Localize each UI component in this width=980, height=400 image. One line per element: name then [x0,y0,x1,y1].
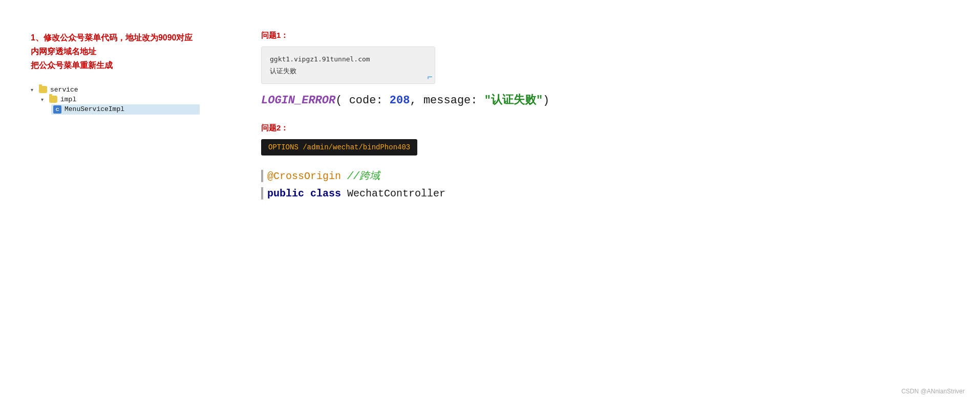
error-code-label: code: [349,94,383,107]
folder-icon-impl [49,96,57,103]
code-block: @CrossOrigin //跨域 public class WechatCon… [261,168,949,203]
instruction-line1: 1、修改公众号菜单代码，地址改为9090对应内网穿透域名地址 [31,31,200,58]
file-tree: ▾ service ▾ impl C MenuServiceImpl [31,85,200,115]
left-border [261,170,263,182]
info-box: ggkt1.vipgz1.91tunnel.com 认证失败 ⌐ [261,47,435,84]
terminal-text: OPTIONS /admin/wechat/bindPhon403 [268,143,410,151]
section2-header: 问题2： [261,123,949,133]
comment-text [341,170,347,182]
impl-label: impl [60,96,76,103]
space1 [304,188,310,199]
error-line: LOGIN_ERROR( code: 208, message: "认证失败") [261,93,949,109]
instruction-line2: 把公众号菜单重新生成 [31,58,200,72]
code-line-class: public class WechatController [261,185,949,203]
error-method: LOGIN_ERROR [261,94,335,107]
error-open-paren: ( [335,94,349,107]
space2 [341,188,347,199]
class-name: WechatController [347,188,445,199]
info-error-text: 认证失败 [270,65,427,77]
error-comma: , [410,94,423,107]
left-border2 [261,187,263,199]
tree-row-service[interactable]: ▾ service [31,85,200,95]
service-label: service [50,86,78,94]
section1-header: 问题1： [261,31,949,40]
tree-row-menuserviceimpl[interactable]: C MenuServiceImpl [51,104,200,115]
error-code-value: 208 [390,94,410,107]
code-line-decorator: @CrossOrigin //跨域 [261,168,949,185]
decorator-text: @CrossOrigin [267,170,341,182]
error-msg-value: "认证失败" [484,94,543,107]
info-url: ggkt1.vipgz1.91tunnel.com [270,53,427,65]
class-label: MenuServiceImpl [65,105,124,113]
class-icon: C [53,105,61,114]
left-panel: 1、修改公众号菜单代码，地址改为9090对应内网穿透域名地址 把公众号菜单重新生… [0,20,230,380]
error-msg-label: message: [423,94,478,107]
footer-credit: CSDN @ANnianStriver [901,388,965,395]
right-panel: 问题1： ggkt1.vipgz1.91tunnel.com 认证失败 ⌐ LO… [230,20,980,380]
chevron-down-icon-impl: ▾ [41,97,47,102]
tree-row-impl[interactable]: ▾ impl [41,95,200,104]
keyword-public: public [267,188,304,199]
corner-bracket: ⌐ [427,72,433,81]
comment-content: //跨域 [347,170,380,182]
instruction-block: 1、修改公众号菜单代码，地址改为9090对应内网穿透域名地址 把公众号菜单重新生… [31,31,200,73]
chevron-down-icon: ▾ [31,87,37,93]
error-close-paren: ) [543,94,549,107]
keyword-class: class [310,188,341,199]
error-space1 [383,94,390,107]
terminal-box: OPTIONS /admin/wechat/bindPhon403 [261,139,417,155]
error-space2 [478,94,484,107]
folder-icon [39,86,47,93]
